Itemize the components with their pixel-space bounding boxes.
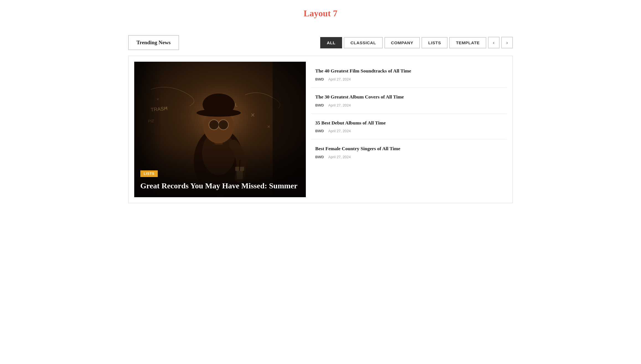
sidebar-article-3-author: BWD	[315, 129, 324, 133]
content-area: TRASH PIZ ORL ✕ ✕ ✕ ✕	[128, 56, 513, 203]
sidebar-article-3-date: April 27, 2024	[328, 129, 351, 133]
trending-news-label: Trending News	[128, 35, 179, 50]
sidebar-article-4-author: BWD	[315, 155, 324, 159]
sidebar-articles: The 40 Greatest Film Soundtracks of All …	[311, 62, 507, 197]
page-title: Layout 7	[128, 8, 513, 19]
sidebar-article-1-title: The 40 Greatest Film Soundtracks of All …	[315, 68, 502, 74]
main-article[interactable]: TRASH PIZ ORL ✕ ✕ ✕ ✕	[134, 62, 306, 197]
main-article-title: Great Records You May Have Missed: Summe…	[140, 181, 300, 191]
svg-text:✕: ✕	[267, 124, 270, 129]
sidebar-article-2[interactable]: The 30 Greatest Album Covers of All Time…	[311, 88, 507, 114]
svg-point-15	[203, 93, 235, 116]
sidebar-article-3[interactable]: 35 Best Debut Albums of All Time BWD Apr…	[311, 114, 507, 140]
svg-point-19	[209, 120, 219, 129]
sidebar-article-1-date: April 27, 2024	[328, 77, 351, 81]
article-overlay: LISTS Great Records You May Have Missed:…	[134, 164, 306, 197]
svg-text:✕: ✕	[250, 112, 255, 118]
sidebar-article-2-title: The 30 Greatest Album Covers of All Time	[315, 94, 502, 100]
filter-template[interactable]: TEMPLATE	[449, 37, 486, 48]
filter-all[interactable]: ALL	[320, 37, 342, 48]
sidebar-article-1-meta: BWD April 27, 2024	[315, 77, 502, 81]
sidebar-article-2-date: April 27, 2024	[328, 103, 351, 107]
filter-classical[interactable]: CLASSICAL	[344, 37, 382, 48]
sidebar-article-4-title: Best Female Country Singers of All Time	[315, 145, 502, 152]
sidebar-article-3-title: 35 Best Debut Albums of All Time	[315, 120, 502, 126]
sidebar-article-2-author: BWD	[315, 103, 324, 107]
sidebar-article-2-meta: BWD April 27, 2024	[315, 103, 502, 107]
sidebar-article-4-date: April 27, 2024	[328, 155, 351, 159]
filter-company[interactable]: COMPANY	[384, 37, 420, 48]
next-button[interactable]: ›	[501, 37, 513, 48]
sidebar-article-4-meta: BWD April 27, 2024	[315, 155, 502, 159]
svg-text:✕: ✕	[165, 106, 167, 109]
svg-point-20	[219, 120, 228, 129]
sidebar-article-1[interactable]: The 40 Greatest Film Soundtracks of All …	[311, 62, 507, 88]
filter-nav: ALL CLASSICAL COMPANY LISTS TEMPLATE ‹ ›	[320, 37, 513, 48]
section-header: Trending News ALL CLASSICAL COMPANY LIST…	[128, 35, 513, 50]
sidebar-article-3-meta: BWD April 27, 2024	[315, 129, 502, 133]
sidebar-article-1-author: BWD	[315, 77, 324, 81]
prev-button[interactable]: ‹	[488, 37, 500, 48]
filter-lists[interactable]: LISTS	[422, 37, 448, 48]
category-badge: LISTS	[140, 170, 158, 177]
sidebar-article-4[interactable]: Best Female Country Singers of All Time …	[311, 139, 507, 165]
